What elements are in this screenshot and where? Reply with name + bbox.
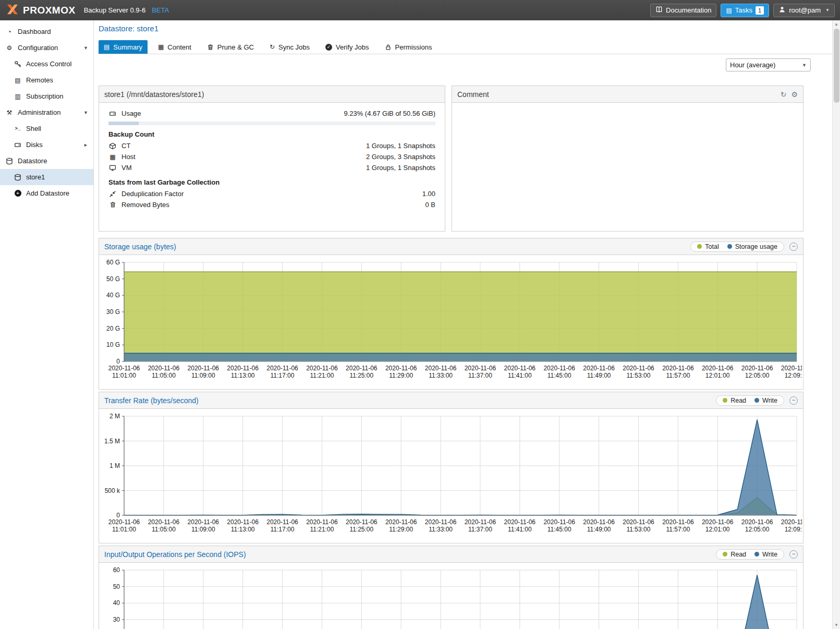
svg-text:11:33:00: 11:33:00 [429,372,453,379]
sidebar-item-dashboard[interactable]: ◔ Dashboard [0,23,93,40]
sidebar-item-store1[interactable]: store1 [0,169,93,185]
gear-icon[interactable]: ⚙ [791,90,798,99]
tab-summary[interactable]: ▤ Summary [99,40,148,54]
tab-prune-gc[interactable]: Prune & GC [202,40,259,54]
scrollbar-thumb[interactable] [834,29,839,103]
iops-legend: Read Write [716,549,784,560]
svg-text:2020-11-06: 2020-11-06 [385,365,417,372]
svg-text:2020-11-06: 2020-11-06 [702,365,734,372]
svg-text:11:05:00: 11:05:00 [152,372,176,379]
comment-panel-body[interactable] [452,103,803,231]
sidebar-item-shell[interactable]: >_ Shell [0,120,93,137]
svg-text:11:21:00: 11:21:00 [310,372,334,379]
book-icon [655,6,663,15]
scroll-down-icon[interactable]: ▼ [833,621,840,629]
chevron-down-icon: ▼ [802,63,807,68]
svg-text:2020-11-06: 2020-11-06 [741,518,773,526]
proxmox-backup-server-app: { "colors": { "brand_orange": "#e66c2c",… [0,0,840,629]
svg-text:2020-11-06: 2020-11-06 [188,518,220,526]
tasks-button[interactable]: ▤ Tasks 1 [721,4,769,17]
svg-text:2020-11-06: 2020-11-06 [543,518,575,526]
collapse-minus-icon[interactable]: − [789,550,798,559]
legend-write[interactable]: Write [754,397,777,404]
storage-legend: Total Storage usage [690,241,784,252]
collapse-caret-icon[interactable]: ▼ [83,110,88,115]
blue-dot-icon [727,244,732,249]
sidebar-item-administration[interactable]: ⚒ Administration ▼ [0,104,93,120]
subscription-card-icon: ▥ [14,93,22,100]
svg-text:11:33:00: 11:33:00 [429,526,453,533]
timeframe-select[interactable]: Hour (average) ▼ [726,58,811,71]
documentation-button[interactable]: Documentation [650,4,716,17]
transfer-legend: Read Write [716,395,784,406]
collapse-caret-icon[interactable]: ▼ [83,45,88,51]
svg-text:40: 40 [113,599,120,607]
svg-text:2020-11-06: 2020-11-06 [108,365,140,372]
user-menu-button[interactable]: root@pam ▼ [773,4,835,17]
page-title: Datastore: store1 [99,24,832,35]
usage-value: 9.23% (4.67 GiB of 50.56 GiB) [344,110,435,117]
iops-panel: Input/Output Operations per Second (IOPS… [99,546,804,629]
brand-text: PROXMOX [23,5,76,16]
svg-text:30 G: 30 G [106,308,120,316]
beta-link[interactable]: BETA [152,6,169,14]
svg-text:40 G: 40 G [106,292,120,299]
legend-write[interactable]: Write [754,551,777,558]
svg-text:2020-11-06: 2020-11-06 [385,518,417,526]
collapse-minus-icon[interactable]: − [789,243,798,251]
sidebar-item-configuration[interactable]: ⚙ Configuration ▼ [0,40,93,56]
legend-read[interactable]: Read [723,397,746,404]
database-icon [14,174,22,181]
svg-text:11:37:00: 11:37:00 [468,372,492,379]
expand-caret-icon[interactable]: ► [83,142,88,148]
sidebar-item-disks[interactable]: Disks ► [0,137,93,153]
svg-text:2020-11-06: 2020-11-06 [346,518,378,526]
svg-text:12:01:00: 12:01:00 [705,372,730,379]
tab-verify-jobs[interactable]: ✓ Verify Jobs [320,40,374,54]
iops-header: Input/Output Operations per Second (IOPS… [99,546,803,563]
trash-icon [108,201,117,208]
sidebar: ◔ Dashboard ⚙ Configuration ▼ Access Con… [0,20,94,629]
host-row: ▦ Host 2 Groups, 3 Snapshots [108,151,435,162]
svg-text:2020-11-06: 2020-11-06 [583,365,615,372]
tab-content[interactable]: ▦ Content [153,40,197,54]
vertical-scrollbar[interactable]: ▲ ▼ [832,20,840,629]
collapse-minus-icon[interactable]: − [789,396,798,405]
svg-text:11:13:00: 11:13:00 [231,526,255,533]
legend-total[interactable]: Total [697,243,719,250]
svg-text:11:57:00: 11:57:00 [666,526,690,533]
summary-panel-body: Usage 9.23% (4.67 GiB of 50.56 GiB) Back… [99,103,445,231]
svg-text:2020-11-06: 2020-11-06 [702,518,734,526]
removed-bytes-row: Removed Bytes 0 B [108,199,435,210]
tab-sync-jobs[interactable]: ↻ Sync Jobs [264,40,315,54]
svg-text:11:57:00: 11:57:00 [666,372,690,379]
sidebar-item-add-datastore[interactable]: + Add Datastore [0,185,93,201]
svg-text:60 G: 60 G [106,259,120,266]
legend-read[interactable]: Read [723,551,746,558]
svg-text:11:25:00: 11:25:00 [349,526,373,533]
hdd-icon [14,141,22,149]
storage-usage-panel: Storage usage (bytes) Total Storage usag… [99,238,804,390]
proxmox-logo: PROXMOX [5,4,76,17]
refresh-icon[interactable]: ↻ [781,90,787,99]
svg-text:11:37:00: 11:37:00 [468,526,492,533]
toolbar: Hour (average) ▼ [99,54,832,76]
legend-storage-usage[interactable]: Storage usage [727,243,777,250]
sidebar-item-access-control[interactable]: Access Control [0,56,93,72]
svg-text:11:53:00: 11:53:00 [627,372,651,379]
svg-text:12:05:00: 12:05:00 [745,526,770,533]
scroll-up-icon[interactable]: ▲ [833,20,840,28]
key-icon [14,61,22,68]
product-version: Backup Server 0.9-6 [84,6,146,14]
svg-text:11:49:00: 11:49:00 [587,372,611,379]
svg-text:11:17:00: 11:17:00 [271,372,295,379]
sidebar-item-datastore[interactable]: Datastore [0,153,93,169]
sidebar-item-remotes[interactable]: ▤ Remotes [0,72,93,88]
check-circle-icon: ✓ [325,44,332,51]
sidebar-item-subscription[interactable]: ▥ Subscription [0,88,93,104]
storage-usage-header: Storage usage (bytes) Total Storage usag… [99,238,803,255]
svg-text:50 G: 50 G [106,275,120,283]
svg-text:2020-11-06: 2020-11-06 [504,365,536,372]
tab-permissions[interactable]: Permissions [380,40,437,54]
svg-text:2020-11-06: 2020-11-06 [425,365,457,372]
